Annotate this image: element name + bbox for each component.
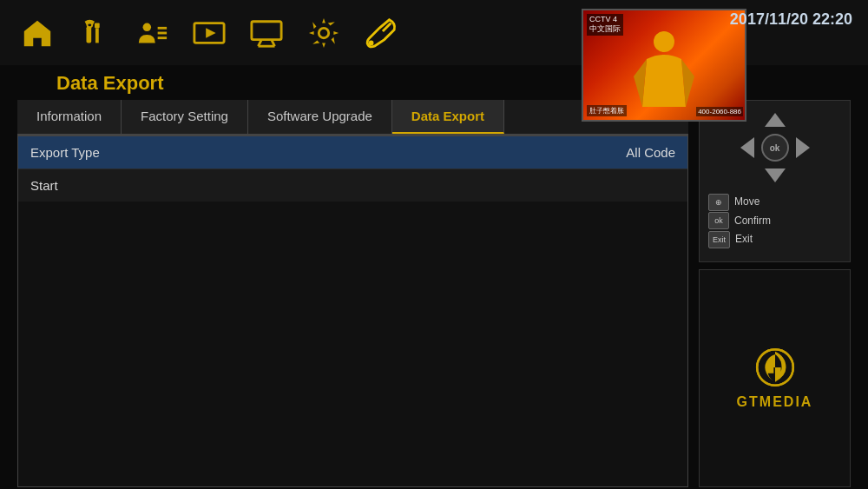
- data-table: Export Type All Code Start: [17, 135, 688, 487]
- gtmedia-logo-area: GTMEDIA: [699, 269, 851, 487]
- export-type-label: Export Type: [30, 145, 626, 160]
- legend-confirm: ok Confirm: [708, 212, 841, 231]
- svg-point-4: [143, 23, 152, 30]
- gtmedia-logo-text: GTMEDIA: [737, 394, 813, 410]
- network-nav-icon[interactable]: [247, 13, 286, 53]
- dpad-right-arrow[interactable]: [796, 137, 810, 158]
- legend-exit: Exit Exit: [708, 230, 841, 249]
- dpad-left-arrow[interactable]: [740, 137, 754, 158]
- remote-legend: ⊕ Move ok Confirm Exit Exit: [708, 193, 841, 249]
- dpad-down-arrow[interactable]: [765, 169, 786, 182]
- tv-preview-inner: CCTV 4中文国际 肚子憋着胀 400-2060-886: [583, 10, 745, 120]
- svg-point-14: [319, 28, 328, 37]
- dpad-ok-button[interactable]: ok: [761, 134, 789, 162]
- export-type-value: All Code: [626, 145, 675, 160]
- table-row-start[interactable]: Start: [18, 169, 687, 202]
- legend-move: ⊕ Move: [708, 193, 841, 212]
- dpad-up-arrow[interactable]: [765, 113, 786, 127]
- main-content: Information Factory Setting Software Upg…: [0, 100, 868, 487]
- svg-rect-10: [252, 21, 281, 39]
- svg-marker-9: [206, 28, 215, 37]
- move-label: Move: [734, 193, 760, 212]
- dpad: ok: [740, 113, 810, 182]
- tv-overlay-text: 肚子憋着胀: [587, 105, 627, 116]
- tv-phone: 400-2060-886: [696, 107, 743, 116]
- settings-nav-icon[interactable]: [304, 13, 344, 53]
- svg-rect-0: [87, 26, 92, 43]
- dpad-container: ok: [708, 113, 841, 182]
- remote-control-area: ok ⊕ Move ok Confirm Exit Exit: [699, 100, 851, 262]
- move-key: ⊕: [708, 194, 729, 211]
- tools-nav-icon[interactable]: [75, 13, 115, 53]
- confirm-label: Confirm: [734, 212, 771, 231]
- datetime-display: 2017/11/20 22:20: [730, 10, 852, 29]
- tab-data-export[interactable]: Data Export: [392, 100, 504, 134]
- tv-preview: CCTV 4中文国际 肚子憋着胀 400-2060-886: [582, 9, 746, 122]
- svg-point-17: [654, 31, 674, 52]
- ok-key: ok: [708, 212, 729, 229]
- tab-software-upgrade[interactable]: Software Upgrade: [248, 100, 392, 134]
- left-panel: Information Factory Setting Software Upg…: [17, 100, 688, 487]
- svg-rect-1: [95, 23, 100, 28]
- svg-point-16: [369, 40, 374, 45]
- wrench-nav-icon[interactable]: [361, 13, 401, 53]
- gtmedia-logo-icon: [753, 346, 797, 389]
- table-row-export-type[interactable]: Export Type All Code: [18, 136, 687, 169]
- right-panel: ok ⊕ Move ok Confirm Exit Exit: [699, 100, 851, 487]
- tab-factory-setting[interactable]: Factory Setting: [122, 100, 248, 134]
- tv-channel-label: CCTV 4中文国际: [587, 14, 623, 36]
- exit-key: Exit: [708, 231, 730, 248]
- tab-information[interactable]: Information: [17, 100, 122, 134]
- start-label: Start: [30, 178, 58, 193]
- exit-label: Exit: [735, 230, 753, 249]
- media-nav-icon[interactable]: [189, 13, 229, 53]
- user-nav-icon[interactable]: [132, 13, 172, 53]
- home-nav-icon[interactable]: [17, 13, 57, 53]
